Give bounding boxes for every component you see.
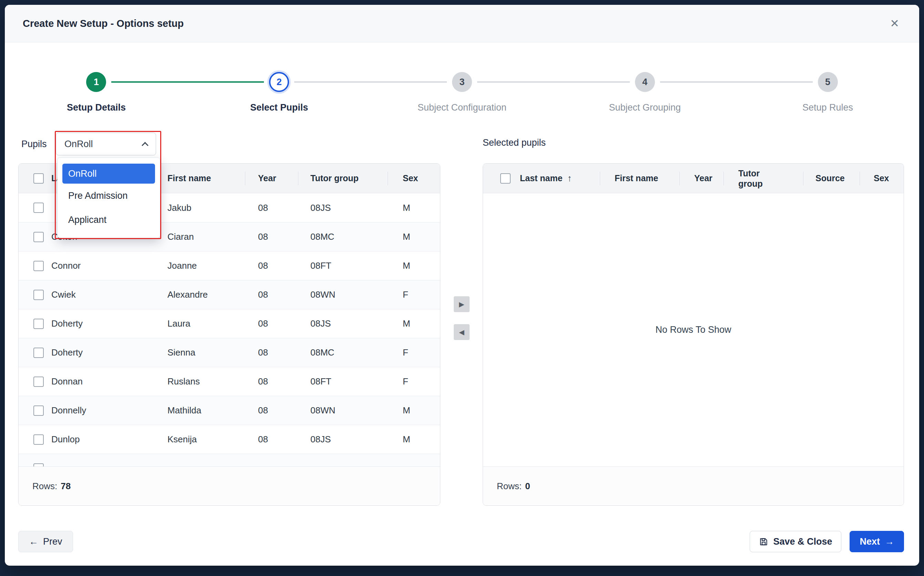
table-row[interactable]: Dunlop Ksenija 08 08JS M [19,425,440,454]
step-label: Setup Rules [803,102,853,113]
next-button[interactable]: Next → [850,531,904,552]
selected-pupils-title: Selected pupils [483,138,546,148]
step-setup-rules[interactable]: 5 Setup Rules [736,72,919,131]
header-sex[interactable]: Sex [388,164,440,193]
year-cell: 08 [245,193,298,222]
checkbox-cell [19,193,45,222]
row-checkbox[interactable] [34,318,44,329]
pupils-filter-menu: OnRoll Pre Admission Applicant [57,157,160,238]
first-name-cell: Joanne [160,251,245,280]
last-name-cell: Donnelly [45,396,160,425]
table-row[interactable]: Doherty Sienna 08 08MC F [19,338,440,367]
sex-cell: M [388,251,440,280]
first-name-cell: Ruslans [160,367,245,396]
checkbox-cell [19,425,45,454]
checkbox-cell [19,454,45,466]
selected-pupils-table: Last name ↑ First name Year Tutor group … [483,163,904,506]
arrow-right-icon: ▶ [459,300,464,308]
table-row[interactable] [19,454,440,466]
step-setup-details[interactable]: 1 Setup Details [5,72,188,131]
menu-option-applicant[interactable]: Applicant [58,208,160,232]
header-first-name[interactable]: First name [160,164,245,193]
row-checkbox[interactable] [34,405,44,416]
year-cell: 08 [245,309,298,338]
last-name-cell: Dunlop [45,425,160,454]
row-checkbox[interactable] [34,203,44,213]
row-checkbox[interactable] [34,434,44,445]
header-last-name[interactable]: Last name ↑ [510,164,600,193]
last-name-cell [45,454,160,466]
row-checkbox[interactable] [34,463,44,467]
header-source[interactable]: Source [803,164,860,193]
table-header-row: Last name ↑ First name Year Tutor group … [483,164,904,193]
step-select-pupils[interactable]: 2 Select Pupils [188,72,371,131]
sex-cell: F [388,338,440,367]
checkbox-cell [19,309,45,338]
first-name-cell: Ksenija [160,425,245,454]
move-left-button[interactable]: ◀ [454,324,470,340]
close-icon[interactable]: ✕ [888,16,901,31]
step-circle: 4 [635,72,655,92]
modal-title: Create New Setup - Options setup [23,18,184,29]
rows-count: 78 [61,481,70,491]
move-right-button[interactable]: ▶ [454,296,470,312]
prev-button[interactable]: ← Prev [18,531,73,552]
table-row[interactable]: Donnelly Mathilda 08 08WN M [19,396,440,425]
header-tutor-group[interactable]: Tutor group [298,164,388,193]
table-row[interactable]: Connor Joanne 08 08FT M [19,251,440,280]
first-name-cell: Alexandre [160,280,245,309]
year-cell: 08 [245,338,298,367]
header-first-name[interactable]: First name [600,164,679,193]
table-row[interactable]: Doherty Laura 08 08JS M [19,309,440,338]
tutor-group-cell: 08MC [298,338,388,367]
tutor-group-cell: 08JS [298,193,388,222]
create-setup-modal: Create New Setup - Options setup ✕ 1 Set… [5,5,919,566]
footer-actions: Save & Close Next → [750,531,904,552]
header-year[interactable]: Year [679,164,724,193]
tutor-group-cell: 08FT [298,367,388,396]
pupils-filter-select[interactable]: OnRoll [56,133,156,155]
step-subject-grouping[interactable]: 4 Subject Grouping [553,72,736,131]
sex-cell: M [388,193,440,222]
table-row[interactable]: Donnan Ruslans 08 08FT F [19,367,440,396]
step-label: Setup Details [67,102,126,113]
last-name-cell: Cwiek [45,280,160,309]
menu-option-pre-admission[interactable]: Pre Admission [58,184,160,208]
table-footer: Rows: 0 [483,466,904,506]
tutor-group-cell: 08WN [298,280,388,309]
row-checkbox[interactable] [34,376,44,387]
checkbox-cell [19,396,45,425]
sex-cell: M [388,309,440,338]
row-checkbox[interactable] [34,232,44,242]
first-name-cell: Ciaran [160,222,245,251]
year-cell: 08 [245,425,298,454]
header-sex[interactable]: Sex [860,164,904,193]
sex-cell: M [388,425,440,454]
row-checkbox[interactable] [34,290,44,300]
header-tutor-group[interactable]: Tutor group [724,164,803,193]
sex-cell [388,454,440,466]
rows-label: Rows: [32,481,57,491]
select-all-checkbox[interactable] [34,173,44,184]
step-subject-configuration[interactable]: 3 Subject Configuration [371,72,554,131]
table-body-empty: No Rows To Show [483,193,904,466]
rows-count: 0 [525,481,530,491]
table-row[interactable]: Cwiek Alexandre 08 08WN F [19,280,440,309]
row-checkbox[interactable] [34,347,44,358]
sex-cell: M [388,222,440,251]
header-checkbox-cell [19,164,45,193]
year-cell: 08 [245,251,298,280]
select-all-checkbox[interactable] [500,173,511,184]
step-circle: 2 [269,72,289,92]
header-year[interactable]: Year [245,164,298,193]
year-cell: 08 [245,396,298,425]
checkbox-cell [19,251,45,280]
save-close-button[interactable]: Save & Close [750,531,841,552]
tutor-group-cell: 08JS [298,425,388,454]
modal-header: Create New Setup - Options setup ✕ [5,5,919,42]
checkbox-cell [19,280,45,309]
menu-option-onroll[interactable]: OnRoll [62,164,155,184]
row-checkbox[interactable] [34,261,44,271]
checkbox-cell [19,367,45,396]
sort-asc-icon: ↑ [568,173,572,184]
